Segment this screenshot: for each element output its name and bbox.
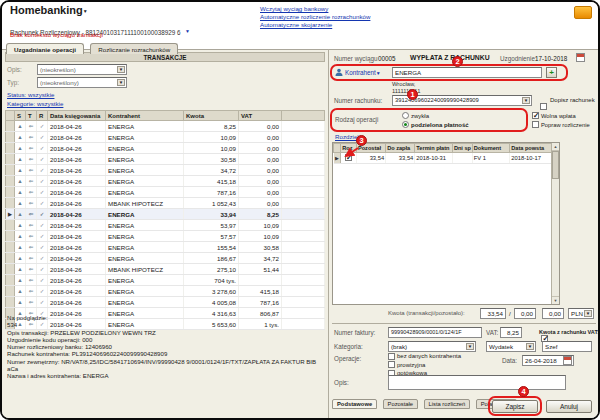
app-title[interactable]: Homebanking ▼ (10, 4, 88, 16)
calendar-icon[interactable] (563, 356, 572, 365)
opis-textarea[interactable] (388, 375, 566, 390)
col-t[interactable]: T (26, 111, 37, 121)
transaction-row[interactable]: ▲⇐✓2018-04-26ENERGA3 278,60415,18 (6, 286, 325, 297)
chevron-down-icon[interactable]: ▼ (522, 97, 530, 104)
operation-option[interactable]: prowizyjna (388, 361, 461, 370)
cell-kwota: 787,16 (184, 187, 239, 198)
col-data-powstania[interactable]: Data powsta (510, 144, 552, 153)
status-icon: ▲ (15, 132, 26, 143)
settlements-scrollbar[interactable]: ▲ ▼ (551, 143, 559, 304)
col-dokument[interactable]: Dokument (472, 144, 510, 153)
transaction-row[interactable]: ▲⇐✓2018-04-26ENERGA155,5430,58 (6, 242, 325, 253)
typ-filter-dropdown[interactable]: (nieokreślony) ▼ (37, 77, 127, 88)
transaction-row[interactable]: ▲⇐✓2018-04-26ENERGA415,180,00 (6, 176, 325, 187)
cell-filler (282, 154, 325, 165)
link-wczytaj-wyciag[interactable]: Wczytaj wyciąg bankowy (260, 5, 328, 12)
row-marker (6, 154, 15, 165)
transaction-row[interactable]: ▲⇐✓2018-04-26ENERGA53,9710,09 (6, 220, 325, 231)
col-kontrahent[interactable]: Kontrahent (106, 111, 184, 121)
tab-lista-rozliczen[interactable]: Lista rozliczeń (424, 399, 471, 409)
kwota-pozostalo-field[interactable]: 0,00 (514, 308, 536, 319)
chevron-down-icon[interactable]: ▼ (117, 79, 125, 86)
transaction-row[interactable]: ▲⇐✓2018-04-26ENERGA704 tys. (6, 275, 325, 286)
opis-filter-dropdown[interactable]: (nieokreślon) ▼ (37, 64, 127, 75)
popraw-rozliczenie-checkbox[interactable] (532, 121, 539, 128)
dopisz-rachunek-checkbox[interactable] (540, 103, 547, 110)
vat-input[interactable]: 8,25 (500, 327, 522, 338)
col-dni-sp[interactable]: Dni sp (452, 144, 472, 153)
transaction-row[interactable]: ▶▲⇐✓2018-04-26ENERGA33,948,25 (6, 209, 325, 220)
transaction-row[interactable]: ▲⇐✓2018-04-26ENERGA4 005,08787,16 (6, 297, 325, 308)
tab-rozliczanie-rozrachunkow[interactable]: Rozliczanie rozrachunków (90, 43, 178, 54)
data-input[interactable]: 26-04-2018 (522, 355, 574, 366)
checkbox[interactable] (388, 361, 395, 368)
radio-icon[interactable] (402, 112, 409, 119)
kwota-kurs-field[interactable]: 0,00 (542, 308, 564, 319)
cell-filler (282, 132, 325, 143)
save-button[interactable]: Zapisz (492, 400, 538, 413)
numer-faktury-label: Numer faktury: (334, 329, 375, 336)
tab-uzgadnianie-operacji[interactable]: Uzgadnianie operacji (6, 43, 84, 54)
typ-wydatek-dropdown[interactable]: Wydatek ▼ (486, 341, 536, 352)
radio-zwykla[interactable]: zwykła (402, 112, 429, 119)
numer-faktury-input[interactable]: 99990428909/0001/0/124/1F (388, 327, 482, 338)
reconcile-icon: ✓ (37, 220, 48, 231)
transaction-row[interactable]: ▲⇐✓2018-04-26MBANK HIPOTECZ1 052,430,00 (6, 198, 325, 209)
row-marker (6, 176, 15, 187)
col-kwota[interactable]: Kwota (184, 111, 239, 121)
currency-dropdown[interactable]: PLN ▼ (568, 308, 594, 319)
scroll-thumb[interactable] (552, 151, 559, 179)
col-r[interactable]: R (37, 111, 48, 121)
transaction-row[interactable]: ▲⇐✓2018-04-26ENERGA57,5710,09 (6, 231, 325, 242)
wolna-wplata-checkbox[interactable] (532, 112, 539, 119)
cell-date: 2018-04-26 (48, 286, 106, 297)
calendar-icon[interactable] (576, 53, 585, 62)
cancel-button[interactable]: Anuluj (546, 400, 592, 413)
add-kontrahent-button[interactable]: + (546, 67, 557, 78)
col-data-ksiegowania[interactable]: Data księgowania (48, 111, 106, 121)
col-s[interactable]: S (15, 111, 26, 121)
data-label: Data: (502, 357, 517, 364)
chevron-down-icon[interactable]: ▼ (466, 343, 474, 350)
chevron-down-icon[interactable]: ▼ (117, 66, 125, 73)
transaction-row[interactable]: ▲⇐✓2018-04-26ENERGA8,250,00 (6, 121, 325, 132)
cell-kontrahent: ENERGA (106, 176, 184, 187)
link-automatyczne-rozliczenie[interactable]: Automatyczne rozliczenie rozrachunków (260, 13, 370, 20)
chevron-down-icon[interactable]: ▼ (584, 310, 592, 317)
cell-kontrahent: ENERGA (106, 231, 184, 242)
chevron-down-icon[interactable]: ▼ (526, 343, 534, 350)
operation-option[interactable]: bez danych kontrahenta (388, 352, 461, 361)
radio-icon[interactable] (402, 121, 409, 128)
tab-podstawowe[interactable]: Podstawowe (332, 399, 377, 409)
kontrahent-selector[interactable]: Kontrahent ▼ (345, 69, 381, 76)
transaction-row[interactable]: ▲⇐✓2018-04-26ENERGA30,580,00 (6, 154, 325, 165)
kontrahent-input[interactable]: ENERGA (392, 67, 542, 78)
col-termin[interactable]: Termin płatn (415, 144, 453, 153)
wystawil-field[interactable]: Szef (542, 341, 592, 352)
cell-kwota: 57,57 (184, 231, 239, 242)
transaction-row[interactable]: ▲⇐✓2018-04-26ENERGA787,160,00 (6, 187, 325, 198)
radio-podzielona-platnosc[interactable]: podzielona płatność (402, 121, 469, 128)
settlement-row[interactable]: ▶ 33,54 33,54 2018-10-31 FV 1 2018-10-17 (334, 153, 552, 164)
kategorie-filter-link[interactable]: Kategorie: wszystkie (7, 100, 63, 107)
kategoria-dropdown[interactable]: (brak) ▼ (388, 341, 476, 352)
reconcile-icon: ✓ (37, 286, 48, 297)
transaction-row[interactable]: ▲⇐✓2018-04-26ENERGA34,720,00 (6, 165, 325, 176)
transaction-row[interactable]: ▲⇐✓2018-04-26MBANK HIPOTECZ275,1051,44 (6, 264, 325, 275)
transaction-row[interactable]: ▲⇐✓2018-04-26ENERGA10,090,00 (6, 132, 325, 143)
reconcile-icon: ✓ (37, 253, 48, 264)
col-do-zaplaty[interactable]: Do zapła (386, 144, 415, 153)
link-automatyczne-skojarzenie[interactable]: Automatyczne skojarzenie (260, 21, 332, 28)
wolna-wplata-option[interactable]: Wolna wpłata (532, 112, 576, 119)
col-vat[interactable]: VAT (239, 111, 282, 121)
scroll-down-icon[interactable]: ▼ (552, 296, 559, 304)
status-icon: ▲ (15, 154, 26, 165)
kwota-transakcji-field[interactable]: 33,54 (480, 308, 506, 319)
checkbox[interactable] (388, 353, 395, 360)
scroll-up-icon[interactable]: ▲ (552, 143, 559, 151)
tab-pozostale[interactable]: Pozostałe (383, 399, 418, 409)
popraw-rozliczenie-option[interactable]: Popraw rozliczenie (532, 121, 590, 128)
status-filter-link[interactable]: Status: wszystkie (7, 91, 54, 98)
transaction-row[interactable]: ▲⇐✓2018-04-26ENERGA10,090,00 (6, 143, 325, 154)
transaction-row[interactable]: ▲⇐✓2018-04-26ENERGA186,6734,72 (6, 253, 325, 264)
